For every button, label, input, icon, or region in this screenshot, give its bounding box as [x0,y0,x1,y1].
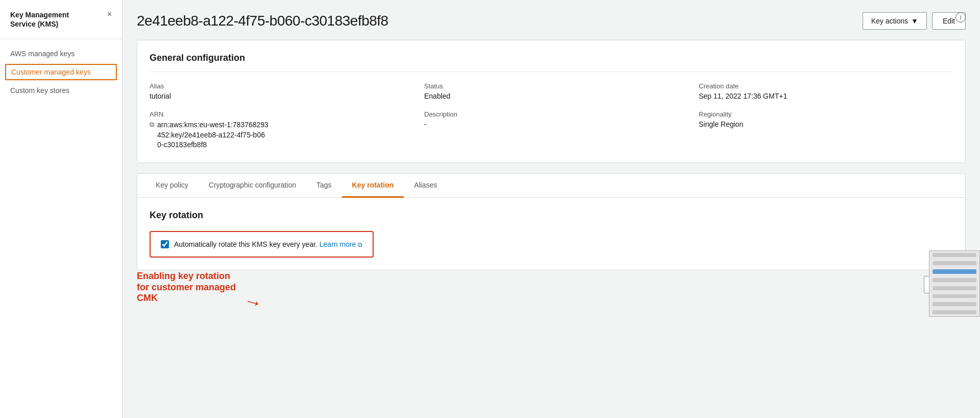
screenshot-row-4 [933,286,976,290]
description-label: Description [424,110,678,118]
description-item: Description - [424,110,678,150]
description-value: - [424,120,678,128]
page-header: 2e41eeb8-a122-4f75-b060-c30183efb8f8 Key… [137,12,966,30]
sidebar-close-button[interactable]: × [107,10,112,18]
creation-date-value: Sep 11, 2022 17:36 GMT+1 [699,92,953,100]
alias-item: Alias tutorial [150,82,404,100]
tab-content-key-rotation: Key rotation Automatically rotate this K… [137,198,965,270]
tab-key-rotation[interactable]: Key rotation [342,174,404,198]
arn-text: arn:aws:kms:eu-west-1:783768293452:key/2… [157,120,268,150]
screenshot-row-7 [933,310,976,314]
status-label: Status [424,82,678,90]
tab-tags[interactable]: Tags [306,174,342,198]
sidebar-item-aws-managed-keys[interactable]: AWS managed keys [10,48,112,60]
annotation-arrow-icon: → [241,289,265,315]
screenshot-row-2 [933,261,976,265]
general-config-title: General configuration [150,53,953,72]
arn-value-container: ⧉ arn:aws:kms:eu-west-1:783768293452:key… [150,120,404,150]
screenshot-row-5 [933,294,976,298]
screenshot-row-6 [933,302,976,306]
chevron-down-icon: ▼ [911,17,918,25]
key-rotation-checkbox-container: Automatically rotate this KMS key every … [150,231,374,258]
sidebar-title: Key ManagementService (KMS) [10,10,69,29]
header-actions: Key actions ▼ Edit [863,12,966,30]
info-icon[interactable]: i [955,12,966,22]
learn-more-link[interactable]: Learn more ⧉ [320,240,362,248]
creation-date-item: Creation date Sep 11, 2022 17:36 GMT+1 [699,82,953,100]
annotation-text: Enabling key rotation for customer manag… [137,271,239,304]
external-link-icon: ⧉ [358,241,362,248]
status-item: Status Enabled [424,82,678,100]
creation-date-label: Creation date [699,82,953,90]
regionality-label: Regionality [699,110,953,118]
screenshot-overlay [929,250,980,317]
arn-label: ARN [150,110,404,118]
screenshot-row-highlighted [933,269,976,274]
tabs-nav: Key policy Cryptographic configuration T… [137,174,965,198]
tab-aliases[interactable]: Aliases [404,174,447,198]
tab-key-policy[interactable]: Key policy [145,174,199,198]
copy-icon[interactable]: ⧉ [150,121,154,129]
sidebar-header: Key ManagementService (KMS) × [0,10,122,39]
alias-label: Alias [150,82,404,90]
screenshot-row-1 [933,253,976,257]
main-content: 2e41eeb8-a122-4f75-b060-c30183efb8f8 Key… [122,0,980,418]
sidebar-item-custom-key-stores[interactable]: Custom key stores [10,84,112,97]
tabs-container: Key policy Cryptographic configuration T… [137,173,966,270]
arn-item: ARN ⧉ arn:aws:kms:eu-west-1:783768293452… [150,110,404,150]
key-rotation-checkbox[interactable] [161,240,169,248]
general-configuration-card: General configuration Alias tutorial Sta… [137,40,966,163]
regionality-item: Regionality Single Region [699,110,953,150]
sidebar-item-customer-managed-keys[interactable]: Customer managed keys [5,64,117,80]
key-rotation-section-title: Key rotation [150,210,953,221]
alias-value: tutorial [150,92,404,100]
sidebar-nav: AWS managed keys Customer managed keys C… [0,48,122,97]
screenshot-row-3 [933,278,976,282]
key-actions-button[interactable]: Key actions ▼ [863,12,927,30]
config-grid: Alias tutorial Status Enabled Creation d… [150,82,953,150]
key-rotation-checkbox-label: Automatically rotate this KMS key every … [174,240,362,248]
annotation-overlay: Enabling key rotation for customer manag… [137,271,262,313]
regionality-value: Single Region [699,120,953,128]
status-value: Enabled [424,92,678,100]
sidebar: Key ManagementService (KMS) × AWS manage… [0,0,122,418]
tab-cryptographic-configuration[interactable]: Cryptographic configuration [199,174,306,198]
key-actions-label: Key actions [871,17,908,25]
page-title: 2e41eeb8-a122-4f75-b060-c30183efb8f8 [137,13,388,29]
